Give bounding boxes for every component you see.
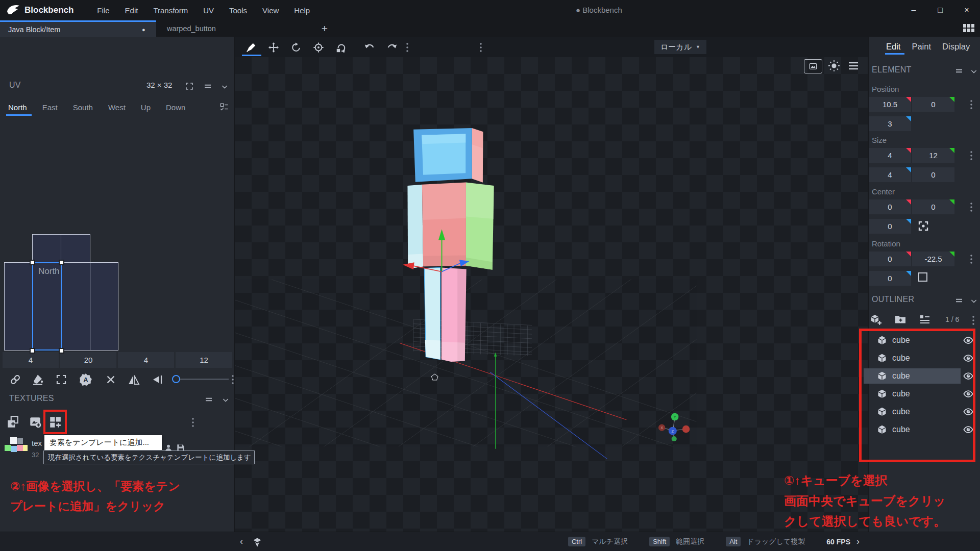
rotation-z-field[interactable]: 0 xyxy=(869,271,911,286)
scene-canvas[interactable]: X Y Z xyxy=(235,57,868,532)
import-texture-icon[interactable] xyxy=(6,415,19,429)
viewport-menu-icon[interactable] xyxy=(847,60,860,72)
focus-pivot-icon[interactable] xyxy=(917,220,929,232)
position-dots-icon[interactable] xyxy=(969,98,973,111)
uv-width-field[interactable]: 4 xyxy=(118,352,174,368)
gizmo-x-pos-sphere[interactable] xyxy=(682,425,690,433)
uv-handle-top-left[interactable] xyxy=(30,260,35,265)
uv-panel-menu-icon[interactable] xyxy=(203,82,212,91)
menu-uv[interactable]: UV xyxy=(203,6,214,15)
outliner-menu-icon[interactable] xyxy=(954,296,964,305)
center-y-field[interactable]: 0 xyxy=(912,199,954,214)
element-collapse-icon[interactable] xyxy=(970,67,978,76)
size-y-field[interactable]: 12 xyxy=(912,148,954,163)
outliner-collapse-icon[interactable] xyxy=(970,297,978,305)
tab-display[interactable]: Display xyxy=(942,42,970,52)
create-texture-icon[interactable] xyxy=(29,415,42,429)
textures-panel-collapse-icon[interactable] xyxy=(222,396,230,404)
uv-face-box-down[interactable] xyxy=(61,234,90,263)
new-tab-button[interactable]: + xyxy=(317,21,332,36)
rotation-x-field[interactable]: 0 xyxy=(869,252,911,266)
context-menu-append-to-template[interactable]: 要素をテンプレートに追加... xyxy=(44,435,162,450)
lighting-sun-icon[interactable] xyxy=(828,60,840,72)
uv-y-field[interactable]: 20 xyxy=(60,352,116,368)
outliner-view-icon[interactable] xyxy=(919,313,931,325)
center-x-field[interactable]: 0 xyxy=(869,199,911,214)
uv-handle-bottom-left[interactable] xyxy=(30,348,35,354)
model-character[interactable] xyxy=(407,128,494,362)
tab-edit[interactable]: Edit xyxy=(886,42,900,52)
size-z-field[interactable]: 4 xyxy=(869,167,911,182)
undo-button[interactable] xyxy=(359,40,380,55)
uv-maximize-uv-icon[interactable] xyxy=(55,373,67,386)
redo-button[interactable] xyxy=(382,40,402,55)
uv-fullscreen-icon[interactable] xyxy=(185,82,194,91)
textures-toolbar-dots-icon[interactable] xyxy=(191,416,195,429)
uv-auto-uv-icon[interactable] xyxy=(79,373,92,386)
uv-face-north[interactable]: North xyxy=(8,103,27,112)
uv-size[interactable]: 32 × 32 xyxy=(146,81,172,89)
status-prev-icon[interactable]: ‹ xyxy=(240,536,243,547)
rotate-tool-button[interactable] xyxy=(286,40,306,55)
center-dots-icon[interactable] xyxy=(969,201,973,213)
uv-handle-bottom-right[interactable] xyxy=(59,348,64,354)
size-inflate-field[interactable]: 0 xyxy=(912,167,954,182)
uv-height-field[interactable]: 12 xyxy=(176,352,232,368)
fps-counter[interactable]: 60 FPS xyxy=(826,538,850,546)
position-z-field[interactable]: 3 xyxy=(869,116,911,131)
outliner-dots-icon[interactable] xyxy=(971,314,975,327)
size-x-field[interactable]: 4 xyxy=(869,148,911,163)
uv-clear-icon[interactable] xyxy=(105,374,116,385)
uv-panel-collapse-icon[interactable] xyxy=(220,83,229,91)
resize-tool-button[interactable] xyxy=(331,40,351,55)
position-x-field[interactable]: 10.5 xyxy=(869,97,911,112)
transform-tool-button[interactable] xyxy=(241,40,261,55)
menu-transform[interactable]: Transform xyxy=(153,6,188,15)
uv-link-icon[interactable] xyxy=(9,373,21,386)
rotation-y-field[interactable]: -22.5 xyxy=(912,252,954,266)
textures-panel-menu-icon[interactable] xyxy=(204,395,213,404)
toolbar-dots2-icon[interactable] xyxy=(479,41,483,54)
size-dots-icon[interactable] xyxy=(969,149,973,162)
uv-face-box-north-selected[interactable]: North xyxy=(32,262,62,350)
tab-java-block-item[interactable]: Java Block/Item ● xyxy=(0,20,156,37)
texture-name[interactable]: tex xyxy=(32,439,42,447)
outliner-page-counter[interactable]: 1 / 6 xyxy=(945,315,959,323)
status-next-icon[interactable]: › xyxy=(856,536,860,547)
uv-toolbar-dots-icon[interactable] xyxy=(231,373,235,386)
gizmo-y-neg-sphere[interactable] xyxy=(672,436,677,441)
menu-edit[interactable]: Edit xyxy=(125,6,138,15)
element-menu-icon[interactable] xyxy=(954,66,964,76)
uv-face-box-up[interactable] xyxy=(32,234,62,263)
tab-warped-button[interactable]: warped_button xyxy=(156,20,286,37)
uv-face-up[interactable]: Up xyxy=(141,103,151,112)
orientation-gizmo[interactable]: X Y Z xyxy=(658,413,690,441)
rotation-dots-icon[interactable] xyxy=(969,253,973,265)
rescale-checkbox[interactable] xyxy=(918,272,927,282)
background-image-button[interactable] xyxy=(804,59,822,73)
uv-flip-icon[interactable] xyxy=(128,373,140,386)
menu-file[interactable]: File xyxy=(97,6,109,15)
uv-slider-knob[interactable] xyxy=(172,375,180,383)
uv-handle-top-right[interactable] xyxy=(59,260,64,265)
center-z-field[interactable]: 0 xyxy=(869,219,911,234)
uv-face-down[interactable]: Down xyxy=(166,103,185,112)
maximize-button[interactable]: □ xyxy=(927,6,953,15)
viewport-3d[interactable]: X Y Z xyxy=(235,57,868,532)
gizmo-space-dropdown[interactable]: ローカル ▼ xyxy=(654,40,706,54)
tab-paint[interactable]: Paint xyxy=(912,42,931,52)
uv-face-box-east[interactable] xyxy=(90,262,118,350)
uv-face-box-south[interactable] xyxy=(61,262,90,350)
texture-thumbnail[interactable] xyxy=(4,436,28,459)
layers-icon[interactable] xyxy=(252,537,262,547)
uv-face-west[interactable]: West xyxy=(108,103,126,112)
uv-paint-bucket-icon[interactable] xyxy=(32,373,44,386)
toolbar-dots-icon[interactable] xyxy=(405,41,409,54)
app-grid-icon[interactable] xyxy=(963,23,975,33)
menu-tools[interactable]: Tools xyxy=(229,6,247,15)
add-group-icon[interactable] xyxy=(894,313,906,325)
add-cube-icon[interactable] xyxy=(870,313,882,325)
uv-face-south[interactable]: South xyxy=(73,103,93,112)
move-tool-button[interactable] xyxy=(263,40,284,55)
pivot-tool-button[interactable] xyxy=(308,40,329,55)
